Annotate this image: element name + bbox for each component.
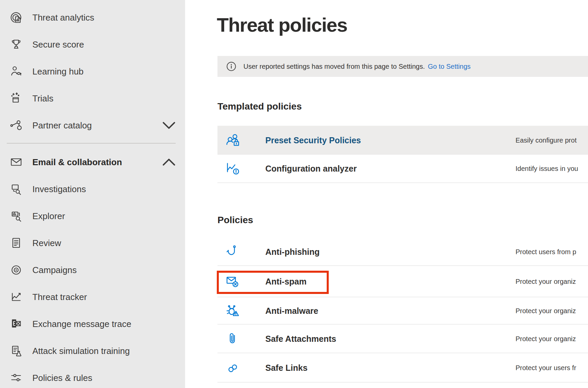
sidebar-item-label: Partner catalog — [32, 120, 92, 131]
banner-message: User reported settings has moved from th… — [243, 63, 425, 70]
sidebar-divider — [7, 143, 176, 144]
sidebar-item-investigations[interactable]: Investigations — [0, 176, 185, 203]
sidebar-item-label: Secure score — [32, 39, 84, 50]
row-anti-phishing[interactable]: Anti-phishing Protect users from p — [217, 238, 588, 266]
anti-phishing-icon — [225, 244, 241, 260]
threat-analytics-icon — [9, 11, 23, 24]
row-label: Safe Links — [265, 363, 307, 372]
row-description: Identify issues in you — [516, 165, 578, 173]
sidebar-item-trials[interactable]: Trials — [0, 85, 185, 112]
sidebar-item-label: Investigations — [32, 184, 86, 195]
info-banner: User reported settings has moved from th… — [217, 56, 588, 77]
chevron-up-icon — [162, 155, 176, 169]
sidebar-item-campaigns[interactable]: Campaigns — [0, 257, 185, 283]
attack-simulation-icon — [9, 344, 23, 358]
sidebar-item-label: Trials — [32, 93, 54, 104]
investigations-icon — [9, 182, 23, 196]
chevron-down-icon — [162, 119, 176, 132]
sidebar-item-label: Policies & rules — [32, 373, 92, 383]
sidebar-item-attack-simulation-training[interactable]: Attack simulation training — [0, 337, 185, 364]
sidebar-item-learning-hub[interactable]: Learning hub — [0, 58, 185, 85]
sidebar-item-exchange-message-trace[interactable]: Exchange message trace — [0, 310, 185, 337]
campaigns-icon — [9, 263, 23, 277]
go-to-settings-link[interactable]: Go to Settings — [428, 63, 471, 70]
row-description: Protect your organiz — [516, 277, 576, 285]
row-safe-links[interactable]: Safe Links Protect your users fr — [217, 353, 588, 383]
preset-security-policies-icon — [225, 132, 241, 148]
threat-tracker-icon — [9, 290, 23, 304]
anti-spam-icon — [225, 274, 241, 289]
sidebar-item-threat-tracker[interactable]: Threat tracker — [0, 283, 185, 310]
row-label: Configuration analyzer — [265, 164, 357, 174]
review-icon — [9, 236, 23, 250]
row-anti-spam[interactable]: Anti-spam Protect your organiz — [217, 266, 588, 297]
row-label: Anti-spam — [265, 276, 306, 286]
row-description: Protect your organiz — [516, 335, 576, 342]
sidebar-item-secure-score[interactable]: Secure score — [0, 31, 185, 58]
page-title: Threat policies — [217, 13, 347, 36]
sidebar-item-label: Attack simulation training — [32, 346, 130, 356]
partner-catalog-icon — [9, 119, 23, 132]
sidebar-item-label: Threat analytics — [32, 12, 94, 23]
templated-policies-list: Preset Security Policies Easily configur… — [217, 126, 588, 183]
policies-heading: Policies — [217, 215, 253, 226]
sidebar-item-review[interactable]: Review — [0, 230, 185, 257]
safe-links-icon — [225, 360, 241, 376]
sidebar-item-label: Review — [32, 238, 61, 248]
explorer-icon — [9, 209, 23, 223]
templated-policies-heading: Templated policies — [217, 101, 302, 112]
row-description: Protect users from p — [516, 248, 576, 256]
row-label: Safe Attachments — [265, 334, 336, 344]
envelope-icon — [9, 155, 23, 169]
anti-malware-icon — [225, 303, 241, 319]
row-anti-malware[interactable]: Anti-malware Protect your organiz — [217, 297, 588, 325]
row-label: Preset Security Policies — [265, 136, 361, 145]
configuration-analyzer-icon — [225, 161, 241, 176]
sidebar-item-label: Threat tracker — [32, 292, 87, 302]
sidebar-item-partner-catalog[interactable]: Partner catalog — [0, 112, 185, 139]
safe-attachments-icon — [225, 331, 241, 347]
row-configuration-analyzer[interactable]: Configuration analyzer Identify issues i… — [217, 155, 588, 183]
sidebar-item-label: Email & collaboration — [32, 157, 122, 168]
main-content: Threat policies User reported settings h… — [185, 0, 588, 388]
sidebar-item-threat-analytics[interactable]: Threat analytics — [0, 4, 185, 31]
sidebar-item-label: Learning hub — [32, 66, 84, 77]
sidebar-item-policies-rules[interactable]: Policies & rules — [0, 364, 185, 388]
info-icon — [226, 61, 236, 71]
sidebar-item-label: Explorer — [32, 211, 65, 221]
row-label: Anti-phishing — [265, 247, 320, 257]
row-description: Protect your users fr — [516, 364, 576, 371]
sidebar-item-email-collaboration[interactable]: Email & collaboration — [0, 149, 185, 176]
secure-score-icon — [9, 38, 23, 51]
sidebar-item-label: Exchange message trace — [32, 319, 131, 329]
sidebar-item-explorer[interactable]: Explorer — [0, 203, 185, 230]
row-safe-attachments[interactable]: Safe Attachments Protect your organiz — [217, 325, 588, 353]
left-navigation: Threat analytics Secure score Learning h… — [0, 0, 185, 388]
learning-hub-icon — [9, 65, 23, 78]
row-description: Easily configure prot — [516, 137, 577, 144]
exchange-icon — [9, 317, 23, 331]
row-label: Anti-malware — [265, 306, 318, 316]
trials-icon — [9, 92, 23, 105]
row-description: Protect your organiz — [516, 307, 576, 315]
row-preset-security-policies[interactable]: Preset Security Policies Easily configur… — [217, 126, 588, 155]
sidebar-item-label: Campaigns — [32, 265, 77, 275]
policies-rules-icon — [9, 371, 23, 385]
policies-list: Anti-phishing Protect users from p Anti-… — [217, 238, 588, 383]
